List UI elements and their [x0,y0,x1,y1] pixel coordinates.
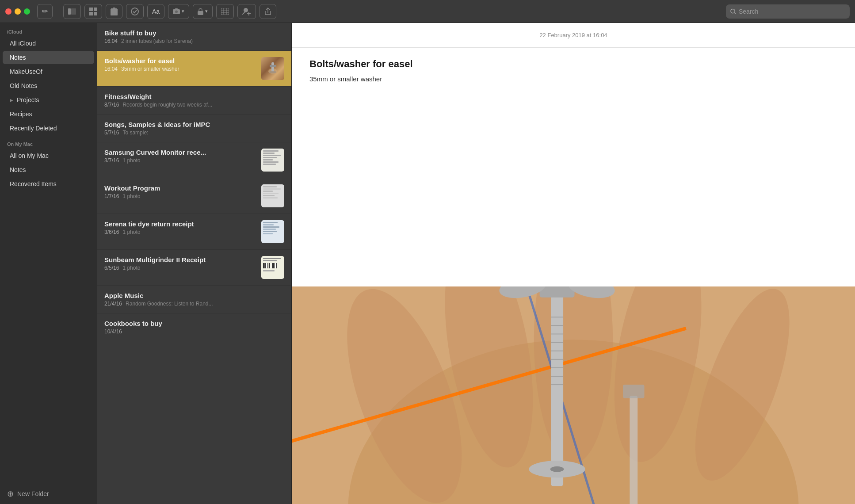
svg-rect-1 [71,8,76,15]
svg-rect-8 [111,8,117,9]
note-item-bolts-washer[interactable]: Bolts/washer for easel 16:04 35mm or sma… [97,51,291,87]
note-thumbnail [261,256,284,279]
sidebar-item-notes[interactable]: Notes [3,51,94,64]
svg-rect-4 [89,12,93,15]
sidebar-item-label: Projects [17,96,39,103]
sidebar-item-notes-mac[interactable]: Notes [3,163,94,176]
sidebar-item-makeuseof[interactable]: MakeUseOf [3,65,94,78]
note-item-samsung-monitor[interactable]: Samsung Curved Monitor rece... 3/7/16 1 … [97,142,291,178]
detail-date-header: 22 February 2019 at 16:04 [292,23,855,48]
table-button[interactable] [216,4,234,19]
note-time: 10/4/16 [104,328,122,335]
note-time: 3/7/16 [104,157,119,164]
note-title: Cookbooks to buy [104,320,284,327]
sidebar-item-label: Old Notes [10,82,37,89]
sidebar-item-all-icloud[interactable]: All iCloud [3,37,94,50]
sidebar-item-recipes[interactable]: Recipes [3,107,94,121]
sidebar-item-label: Recipes [10,111,32,118]
note-title: Fitness/Weight [104,93,284,100]
svg-rect-13 [198,11,203,15]
sidebar-item-projects[interactable]: ▶ Projects [3,93,94,107]
svg-rect-25 [271,62,274,72]
note-title: Samsung Curved Monitor rece... [104,149,257,156]
font-button[interactable]: Aa [147,4,164,19]
note-item-fitness-weight[interactable]: Fitness/Weight 8/7/16 Records begin roug… [97,87,291,115]
detail-body: 35mm or smaller washer [309,75,837,83]
note-preview: Random Goodness: Listen to Rand... [126,301,213,307]
note-time: 16:04 [104,66,118,72]
compose-button[interactable]: ✏ [37,4,53,19]
trash-button[interactable] [106,4,122,19]
maximize-button[interactable] [24,8,30,15]
new-folder-label: New Folder [17,490,49,497]
note-time: 5/7/16 [104,130,119,136]
detail-image [292,286,855,504]
add-account-button[interactable] [237,4,256,19]
note-title: Bike stuff to buy [104,29,284,37]
note-item-sunbeam[interactable]: Sunbeam Multigrinder II Receipt 6/5/16 1… [97,250,291,286]
sidebar-item-recovered-items[interactable]: Recovered Items [3,177,94,191]
chevron-right-icon: ▶ [10,98,13,103]
search-bar[interactable] [726,4,850,19]
note-title: Sunbeam Multigrinder II Receipt [104,256,257,263]
on-my-mac-section-label: On My Mac [0,135,97,149]
note-preview: To sample: [122,130,148,136]
sidebar-toggle-button[interactable] [63,4,81,19]
svg-rect-3 [94,8,97,11]
note-item-bike-stuff[interactable]: Bike stuff to buy 16:04 2 inner tubes (a… [97,23,291,51]
bolt-photo-svg [292,286,855,504]
note-time: 3/6/16 [104,229,119,235]
search-input[interactable] [739,8,845,15]
svg-point-22 [731,9,735,13]
bolt-photo [292,286,855,504]
note-thumbnail [261,57,284,80]
note-item-apple-music[interactable]: Apple Music 21/4/16 Random Goodness: Lis… [97,286,291,313]
bolt-thumbnail-image [261,57,284,80]
sidebar-item-recently-deleted[interactable]: Recently Deleted [3,122,94,135]
note-time: 6/5/16 [104,265,119,271]
grid-view-button[interactable] [84,4,102,19]
note-item-workout-program[interactable]: Workout Program 1/7/16 1 photo [97,178,291,214]
svg-rect-47 [540,286,575,298]
note-title: Apple Music [104,292,284,299]
sidebar-item-old-notes[interactable]: Old Notes [3,79,94,92]
checkmark-button[interactable] [126,4,144,19]
detail-title: Bolts/washer for easel [309,58,837,70]
minimize-button[interactable] [15,8,21,15]
main-content: iCloud All iCloud Notes MakeUseOf Old No… [0,23,855,504]
close-button[interactable] [5,8,11,15]
note-preview: 1 photo [122,265,140,271]
note-title: Serena tie dye return receipt [104,220,257,228]
svg-rect-2 [89,8,93,11]
sidebar-item-label: All iCloud [10,40,36,47]
note-item-cookbooks[interactable]: Cookbooks to buy 10/4/16 [97,313,291,341]
svg-rect-14 [221,8,229,15]
photo-button[interactable]: ▾ [168,4,189,19]
workout-thumbnail [261,184,284,207]
note-title: Songs, Samples & Ideas for iMPC [104,121,284,128]
svg-rect-52 [630,396,637,504]
note-item-songs-samples[interactable]: Songs, Samples & Ideas for iMPC 5/7/16 T… [97,115,291,142]
note-title: Bolts/washer for easel [104,57,257,65]
sidebar-item-all-on-my-mac[interactable]: All on My Mac [3,149,94,162]
svg-rect-6 [111,9,118,15]
note-time: 16:04 [104,38,118,44]
note-preview: 35mm or smaller washer [121,66,179,72]
note-preview: Records begin roughly two weeks af... [122,102,212,108]
barcode-thumbnail [261,256,284,279]
new-folder-button[interactable]: ⊕ New Folder [0,484,97,504]
svg-point-51 [550,466,564,472]
share-button[interactable] [260,4,276,19]
sidebar-item-label: Recently Deleted [10,125,57,132]
note-item-serena-tie-dye[interactable]: Serena tie dye return receipt 3/6/16 1 p… [97,214,291,250]
note-time: 1/7/16 [104,193,119,199]
notes-list: Bike stuff to buy 16:04 2 inner tubes (a… [97,23,292,504]
sidebar: iCloud All iCloud Notes MakeUseOf Old No… [0,23,97,504]
lock-button[interactable]: ▾ [193,4,213,19]
titlebar: ✏ Aa ▾ ▾ [0,0,855,23]
svg-point-11 [175,11,178,13]
receipt2-thumbnail [261,220,284,243]
svg-point-9 [131,8,138,15]
sidebar-item-label: Recovered Items [10,180,57,187]
note-time: 21/4/16 [104,301,122,307]
